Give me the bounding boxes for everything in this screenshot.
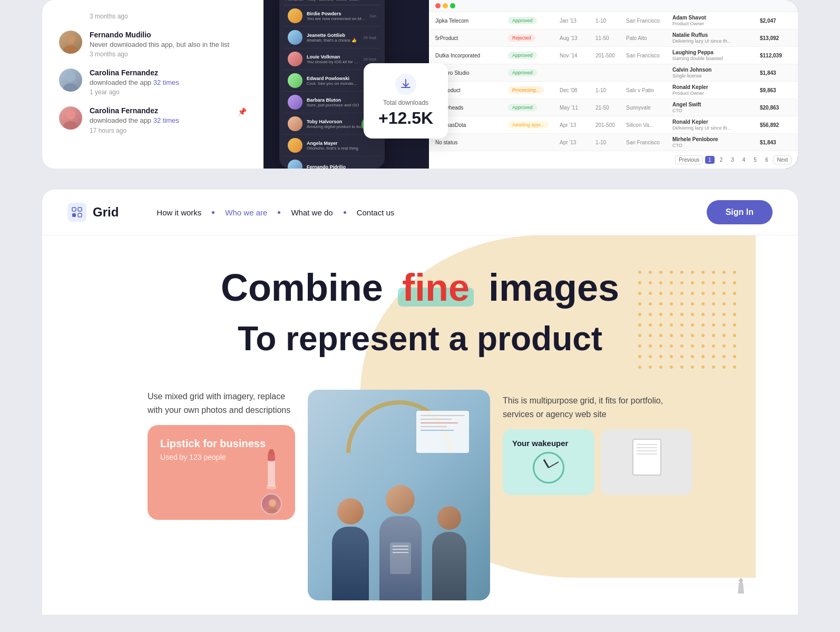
status-badge: Approved: [508, 69, 537, 76]
svg-point-16: [269, 499, 276, 507]
title-part2: images: [489, 266, 619, 309]
hero-content: Combine fine images To represent a produ…: [84, 235, 756, 600]
page-1[interactable]: 1: [705, 156, 715, 164]
logo[interactable]: Grid: [67, 203, 119, 222]
avatar: [59, 31, 82, 54]
hero-center-image: [308, 390, 490, 600]
table-row: InOtero Studio Approved Calvin JohnsonSi…: [429, 64, 798, 82]
amount-cell: $56,892: [760, 122, 792, 128]
company-name: Jipka Telecom: [435, 18, 504, 24]
user-cell: Ronald KeplerDelivering lazy UI since th…: [672, 119, 756, 131]
status-cell: Approved: [508, 69, 555, 76]
avatar: [59, 106, 82, 130]
user-cell: Mirhele PenloboreCTO: [672, 136, 756, 148]
user-cell: Angel SwiftCTO: [672, 102, 756, 113]
svg-rect-8: [72, 213, 76, 217]
amount-cell: $112,039: [760, 53, 792, 58]
status-cell: Approved: [508, 52, 555, 59]
user-info: Carolina Fernandez downloaded the app 32…: [90, 106, 230, 134]
user-cell: Adam ShavotProduct Owner: [672, 15, 756, 26]
user-entry: Carolina Fernandez downloaded the app 32…: [59, 106, 247, 134]
stats-label: Total downloads: [378, 99, 433, 106]
person-figure: [432, 506, 466, 600]
nav-links: How it works Who we are What we do Conta…: [150, 205, 706, 220]
date-cell: Aug '13: [560, 35, 591, 41]
date-cell: May '11: [560, 105, 591, 111]
chat-name: Toby Halvorson: [307, 119, 368, 124]
user-cell: Laughing PeppaGaming double boasted: [672, 50, 756, 61]
chat-avatar: [288, 8, 302, 23]
location-cell: Salv v Patio: [626, 87, 668, 93]
notebook-line: [637, 450, 657, 451]
size-cell: 11-50: [595, 35, 622, 41]
download-icon: [395, 74, 416, 95]
prev-btn[interactable]: Previous: [675, 155, 703, 164]
notebook-line: [637, 444, 657, 445]
app-preview: Fernando Toby Edward Louie Jean Birdie P…: [263, 0, 798, 169]
chat-name: Barbara Bluton: [307, 97, 368, 103]
chat-row: Angela Mayer Ohohoho, that's a real thin…: [284, 135, 380, 156]
top-card: 3 months ago Fernando Mudilio Never down…: [42, 0, 798, 169]
chat-avatar: [288, 95, 302, 110]
page-5[interactable]: 5: [750, 156, 760, 164]
hero-section: Combine fine images To represent a produ…: [84, 235, 756, 615]
highlight-times: 32 times: [153, 116, 179, 124]
title-highlight-container: fine: [402, 267, 470, 309]
nav-who-we-are[interactable]: Who we are: [219, 205, 274, 220]
sign-in-button[interactable]: Sign In: [707, 200, 773, 224]
user-list: 3 months ago Fernando Mudilio Never down…: [42, 0, 263, 169]
user-info: Fernando Mudilio Never downloaded this a…: [90, 31, 247, 58]
nav-separator: [278, 211, 280, 214]
stats-card: Total downloads +12.5K: [364, 63, 448, 139]
svg-rect-9: [78, 213, 82, 217]
user-name: Fernando Mudilio: [90, 31, 247, 39]
data-table: Jipka Telecom Approved Jan '13 1-10 San …: [429, 12, 798, 169]
hero-grid: Use mixed grid with imagery, replace wit…: [126, 390, 714, 600]
status-badge: Approved: [508, 104, 537, 111]
nav-what-we-do[interactable]: What we do: [285, 205, 339, 220]
status-cell: Awaiting appr...: [508, 121, 555, 129]
chat-avatar: [288, 30, 302, 45]
close-dot: [435, 3, 441, 8]
chat-name: Edward Powlowski: [307, 76, 359, 81]
chat-name: Louie Volkman: [307, 54, 359, 60]
chat-row: Birdie Powders You are now connected on …: [284, 5, 380, 27]
svg-point-1: [63, 45, 78, 54]
location-cell: Palo Alto: [626, 35, 668, 41]
page-3[interactable]: 3: [728, 156, 737, 164]
user-entry: Carolina Fernandez downloaded the app 32…: [59, 68, 247, 96]
notebook-lines: [633, 440, 660, 459]
page-6[interactable]: 6: [762, 156, 771, 164]
wakeup-card: Your wakeuper: [503, 429, 594, 495]
avatar: [59, 68, 82, 92]
page-4[interactable]: 4: [739, 156, 749, 164]
mini-card-row: Your wakeuper: [503, 429, 692, 495]
navbar-section: Grid How it works Who we are What we do …: [42, 190, 798, 615]
svg-point-5: [63, 121, 78, 130]
chat-name: Angela Mayer: [307, 141, 376, 146]
notebook-line: [637, 453, 657, 455]
page-2[interactable]: 2: [717, 156, 726, 164]
company-name: No status: [435, 140, 504, 145]
date-cell: Nov '14: [560, 53, 591, 58]
chat-info: Angela Mayer Ohohoho, that's a real thin…: [307, 141, 376, 151]
svg-rect-15: [267, 485, 276, 489]
amount-cell: $20,863: [760, 105, 792, 111]
chat-info: Toby Halvorson Amazing digital product t…: [307, 119, 368, 129]
size-cell: 21-50: [595, 105, 622, 111]
chat-msg: Sure, just purchase and GO: [307, 103, 368, 107]
user-time: 1 year ago: [90, 88, 247, 96]
status-badge: Processing...: [508, 86, 544, 94]
location-cell: San Francisco: [626, 53, 668, 58]
table-row: 5roproduct Processing... Dec '08 1-10 Sa…: [429, 82, 798, 99]
next-btn[interactable]: Next: [773, 155, 792, 164]
highlight-times: 32 times: [153, 78, 179, 86]
maximize-dot: [450, 3, 455, 8]
hero-left-desc: Use mixed grid with imagery, replace wit…: [148, 390, 295, 417]
nav-contact-us[interactable]: Contact us: [350, 205, 401, 220]
chat-info: Edward Powlowski Cool. See you on monday…: [307, 76, 359, 86]
size-cell: 1-10: [595, 87, 622, 93]
nav-how-it-works[interactable]: How it works: [150, 205, 208, 220]
date-cell: Jan '13: [560, 18, 591, 24]
title-highlight: fine: [402, 266, 470, 309]
